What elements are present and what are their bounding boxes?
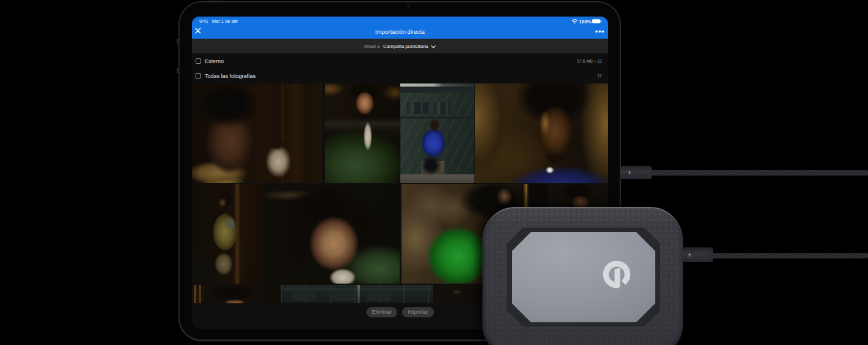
svg-text:100%: 100%	[579, 19, 592, 24]
